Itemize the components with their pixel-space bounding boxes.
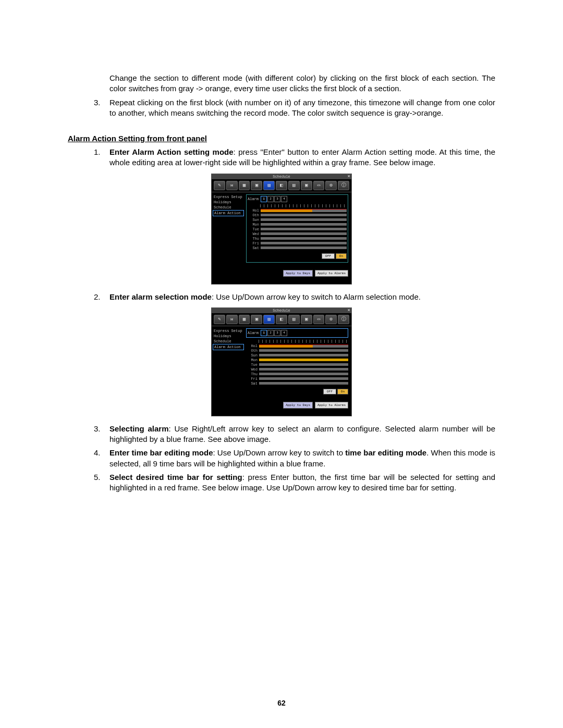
step4-bold-b: time bar editing mode bbox=[345, 448, 426, 457]
day-label: Sun bbox=[246, 353, 259, 357]
time-bar[interactable] bbox=[259, 344, 348, 348]
step2-rest: : Use Up/Down arrow key to switch to Ala… bbox=[212, 292, 421, 301]
toolbar-icon[interactable]: ▣ bbox=[251, 315, 262, 324]
dvr-screenshot-1: Schedule × ✎ ✉ ▦ ▣ ▤ ◧ ▤ ▣ ▭ ⚙ ⓘ Express… bbox=[211, 174, 352, 285]
alarm-number-2[interactable]: 2 bbox=[267, 330, 274, 336]
time-bar[interactable] bbox=[261, 232, 347, 235]
toolbar-icon[interactable]: ▣ bbox=[301, 315, 312, 324]
hour-ruler bbox=[259, 340, 348, 343]
toolbar-icon[interactable]: ▭ bbox=[313, 181, 325, 190]
toolbar-icon[interactable]: ▦ bbox=[239, 181, 250, 190]
step2-bold: Enter alarm selection mode bbox=[109, 292, 212, 301]
day-label: Sun bbox=[248, 218, 261, 222]
sidebar-item-express[interactable]: Express Setup bbox=[213, 194, 244, 200]
off-button[interactable]: Off bbox=[323, 389, 336, 394]
toolbar-icon-active[interactable]: ▤ bbox=[263, 315, 275, 324]
time-bar[interactable] bbox=[259, 363, 348, 366]
alarm-number-1[interactable]: 1 bbox=[261, 330, 267, 336]
time-bar[interactable] bbox=[259, 368, 348, 371]
list-number-3-top: 3. bbox=[94, 97, 109, 119]
time-bar[interactable] bbox=[259, 377, 348, 380]
time-bar[interactable] bbox=[259, 382, 348, 385]
time-bar[interactable] bbox=[261, 242, 347, 244]
alarm-number-4[interactable]: 4 bbox=[281, 196, 287, 202]
step-num-5: 5. bbox=[94, 472, 109, 493]
off-button[interactable]: Off bbox=[322, 253, 335, 259]
alarm-number-2[interactable]: 2 bbox=[267, 196, 274, 202]
apply-to-days-button[interactable]: Apply to Days bbox=[283, 270, 313, 277]
step-num-4: 4. bbox=[94, 448, 109, 469]
time-bar[interactable] bbox=[259, 373, 348, 375]
time-bar[interactable] bbox=[261, 218, 347, 221]
gear-icon[interactable]: ⚙ bbox=[325, 315, 337, 324]
day-label: Oth bbox=[246, 349, 259, 353]
day-label: Sat bbox=[246, 381, 259, 386]
step3-bold: Selecting alarm bbox=[109, 424, 169, 433]
step-num-2: 2. bbox=[94, 292, 109, 302]
close-icon[interactable]: × bbox=[348, 174, 350, 179]
time-bar[interactable] bbox=[261, 237, 347, 240]
time-bar[interactable] bbox=[259, 359, 348, 361]
dvr-window-title: Schedule bbox=[273, 175, 290, 179]
time-bar[interactable] bbox=[261, 228, 347, 230]
day-label: Mon bbox=[246, 358, 259, 362]
toolbar-icon[interactable]: ▣ bbox=[251, 181, 262, 190]
close-icon[interactable]: × bbox=[348, 308, 350, 313]
toolbar-icon[interactable]: ◧ bbox=[276, 315, 287, 324]
toolbar-icon[interactable]: ▤ bbox=[288, 315, 300, 324]
time-bar[interactable] bbox=[261, 246, 347, 249]
alarm-number-4[interactable]: 4 bbox=[281, 330, 287, 336]
sidebar-item-alarm-action[interactable]: Alarm Action bbox=[213, 210, 244, 216]
page-number: 62 bbox=[0, 699, 563, 707]
toolbar-icon[interactable]: ✎ bbox=[214, 181, 225, 190]
time-bar[interactable] bbox=[259, 354, 348, 356]
step-num-1: 1. bbox=[94, 147, 109, 168]
dvr-screenshot-2: Schedule × ✎ ✉ ▦ ▣ ▤ ◧ ▤ ▣ ▭ ⚙ ⓘ Express… bbox=[211, 307, 352, 416]
toolbar-icon[interactable]: ◧ bbox=[276, 181, 287, 190]
day-label: Mon bbox=[248, 223, 261, 227]
day-label: Sat bbox=[248, 246, 261, 250]
toolbar-icon[interactable]: ▣ bbox=[301, 181, 312, 190]
time-bar[interactable] bbox=[259, 349, 348, 352]
alarm-number-3[interactable]: 3 bbox=[274, 196, 280, 202]
day-label: Thu bbox=[246, 372, 259, 376]
day-label: Hol bbox=[246, 344, 259, 348]
step4-bold-a: Enter time bar editing mode bbox=[109, 448, 213, 457]
toolbar-icon[interactable]: ✉ bbox=[226, 181, 238, 190]
step4-rest-a: : Use Up/Down arrow key to switch to bbox=[213, 448, 346, 457]
info-icon[interactable]: ⓘ bbox=[338, 315, 349, 324]
time-bar[interactable] bbox=[261, 223, 347, 226]
step5-bold: Select desired time bar for setting bbox=[109, 473, 242, 482]
sidebar-item-holidays[interactable]: Holidays bbox=[213, 334, 244, 339]
step-text-2: Enter alarm selection mode: Use Up/Down … bbox=[109, 292, 495, 302]
alarm-label: Alarm bbox=[248, 331, 259, 335]
sidebar-item-schedule[interactable]: Schedule bbox=[213, 339, 244, 344]
alarm-number-1[interactable]: 1 bbox=[261, 196, 267, 202]
on-button[interactable]: On bbox=[337, 389, 348, 394]
dvr-sidebar: Express Setup Holidays Schedule Alarm Ac… bbox=[212, 192, 245, 279]
dvr-toolbar: ✎ ✉ ▦ ▣ ▤ ◧ ▤ ▣ ▭ ⚙ ⓘ bbox=[212, 313, 351, 326]
apply-to-days-button[interactable]: Apply to Days bbox=[283, 402, 313, 409]
on-button[interactable]: On bbox=[336, 253, 347, 259]
sidebar-item-holidays[interactable]: Holidays bbox=[213, 200, 244, 205]
gear-icon[interactable]: ⚙ bbox=[325, 181, 337, 190]
toolbar-icon-active[interactable]: ▤ bbox=[263, 181, 275, 190]
apply-to-alarms-button[interactable]: Apply to Alarms bbox=[315, 402, 348, 409]
alarm-number-3[interactable]: 3 bbox=[274, 330, 280, 336]
time-bar[interactable] bbox=[261, 214, 347, 216]
sidebar-item-schedule[interactable]: Schedule bbox=[213, 205, 244, 210]
toolbar-icon[interactable]: ✎ bbox=[214, 315, 225, 324]
list-spacer bbox=[94, 73, 109, 94]
toolbar-icon[interactable]: ▭ bbox=[313, 315, 325, 324]
sidebar-item-express[interactable]: Express Setup bbox=[213, 328, 244, 334]
time-bar[interactable] bbox=[261, 209, 347, 212]
toolbar-icon[interactable]: ✉ bbox=[226, 315, 238, 324]
dvr-toolbar: ✎ ✉ ▦ ▣ ▤ ◧ ▤ ▣ ▭ ⚙ ⓘ bbox=[212, 179, 351, 192]
sidebar-item-alarm-action[interactable]: Alarm Action bbox=[213, 344, 244, 350]
toolbar-icon[interactable]: ▦ bbox=[239, 315, 250, 324]
info-icon[interactable]: ⓘ bbox=[338, 181, 349, 190]
toolbar-icon[interactable]: ▤ bbox=[288, 181, 300, 190]
editing-area-gray-frame: Alarm 1 2 3 4 Hol Oth Sun Mon bbox=[246, 194, 348, 263]
intro-continuation-text: Change the section to different mode (wi… bbox=[109, 73, 495, 94]
apply-to-alarms-button[interactable]: Apply to Alarms bbox=[315, 270, 348, 277]
